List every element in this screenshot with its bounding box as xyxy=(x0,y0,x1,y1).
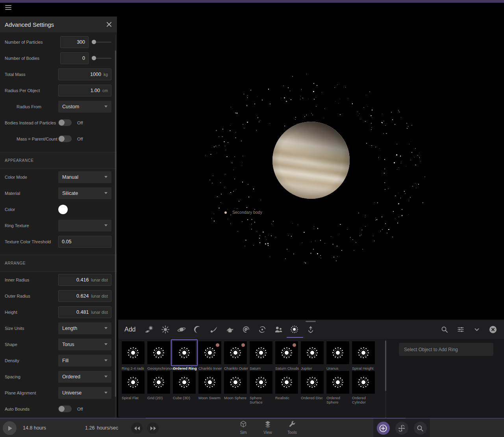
unit-label: cm xyxy=(102,88,108,93)
bodies-slider[interactable] xyxy=(92,58,111,59)
setting-number-of-bodies: Number of Bodies 0 xyxy=(0,50,117,66)
play-button[interactable] xyxy=(3,421,17,435)
tile-cube-3d[interactable]: Cube (3D) xyxy=(173,371,196,404)
mass-parent-toggle[interactable] xyxy=(58,135,72,142)
chevron-down-icon xyxy=(104,176,107,178)
tab-rings-icon[interactable] xyxy=(286,320,302,339)
plus-circle-icon xyxy=(379,424,387,433)
tab-characters-icon[interactable] xyxy=(270,320,286,339)
tab-system-icon[interactable] xyxy=(141,320,157,339)
auto-bounds-toggle[interactable] xyxy=(58,406,72,412)
tools-menu-button[interactable]: Tools xyxy=(280,420,304,435)
tab-moon-icon[interactable] xyxy=(189,320,206,339)
inner-radius-input[interactable]: 0.416 lunar dist xyxy=(58,274,111,286)
tile-realistic[interactable]: Realistic xyxy=(275,371,298,404)
add-object-button[interactable] xyxy=(377,422,390,435)
tile-saturn[interactable]: Saturn xyxy=(250,341,272,370)
close-icon[interactable] xyxy=(106,21,112,28)
setting-label: Color Mode xyxy=(5,175,58,180)
tab-star-icon[interactable] xyxy=(157,320,173,339)
radius-from-dropdown[interactable]: Custom xyxy=(58,101,111,113)
tile-saturn-clouds[interactable]: Saturn Clouds xyxy=(275,341,298,370)
ring-texture-dropdown[interactable] xyxy=(58,220,111,231)
view-menu-button[interactable]: View xyxy=(256,420,280,435)
tile-spiral-flat[interactable]: Spiral Flat xyxy=(122,371,145,404)
close-circle-icon[interactable] xyxy=(485,320,501,339)
panel-drag-handle[interactable] xyxy=(306,321,316,322)
tile-jupiter[interactable]: Jupiter xyxy=(301,341,324,370)
slider-knob[interactable] xyxy=(92,40,96,44)
search-icon[interactable] xyxy=(436,320,452,339)
panel-scrollbar[interactable] xyxy=(115,35,116,433)
secondary-body-dot[interactable] xyxy=(224,211,227,214)
slow-down-button[interactable] xyxy=(131,422,143,434)
find-object-button[interactable] xyxy=(414,422,427,435)
bodies-input[interactable]: 0 xyxy=(60,52,89,64)
setting-label: Plane Alignment xyxy=(5,391,58,395)
secondary-body-label[interactable]: Secondary body xyxy=(232,210,262,215)
tile-sphere-surface[interactable]: Sphere Surface xyxy=(250,371,272,404)
new-badge xyxy=(216,343,219,347)
filter-sliders-icon[interactable] xyxy=(452,320,469,339)
tile-geosynchronous[interactable]: Geosynchronous xyxy=(147,341,170,370)
setting-color-mode: Color Mode Manual xyxy=(0,169,117,185)
tiles-scrollbar[interactable] xyxy=(385,340,386,418)
color-swatch[interactable] xyxy=(58,205,68,214)
total-mass-input[interactable]: 1000 kg xyxy=(58,69,111,80)
height-input[interactable]: 0.481 lunar dist xyxy=(58,306,111,318)
density-dropdown[interactable]: Fill xyxy=(58,355,111,367)
setting-ring-texture: Ring Texture xyxy=(0,217,117,233)
tile-moon-sphere[interactable]: Moon Sphere xyxy=(224,371,247,404)
elapsed-time[interactable]: 14.8 hours xyxy=(23,425,46,431)
tab-teapot-icon[interactable] xyxy=(222,320,238,339)
tile-uranus[interactable]: Uranus xyxy=(326,341,349,370)
spacing-dropdown[interactable]: Ordered xyxy=(58,371,111,383)
sim-rate-value[interactable]: 1.26 xyxy=(85,425,94,431)
shape-dropdown[interactable]: Torus xyxy=(58,339,111,350)
tile-grid-2d[interactable]: Grid (2D) xyxy=(147,371,170,404)
material-dropdown[interactable]: Silicate xyxy=(58,187,111,199)
setting-density: Density Fill xyxy=(0,352,117,368)
unit-label: lunar dist xyxy=(91,278,108,282)
tab-launcher-icon[interactable] xyxy=(302,320,319,339)
color-mode-dropdown[interactable]: Manual xyxy=(58,171,111,183)
tab-comet-icon[interactable] xyxy=(206,320,222,339)
tab-nebula-icon[interactable] xyxy=(254,320,270,339)
bodies-instead-toggle[interactable] xyxy=(58,119,72,126)
unit-label: lunar dist xyxy=(91,294,108,298)
tiles-hscrollbar[interactable] xyxy=(146,418,406,418)
tile-ordered-ring[interactable]: Ordered Ring xyxy=(173,341,196,370)
tile-ordered-sphere[interactable]: Ordered Sphere xyxy=(326,371,349,404)
setting-label: Spacing xyxy=(5,374,58,379)
chevron-down-icon xyxy=(104,327,107,329)
setting-label: Number of Bodies xyxy=(5,56,60,61)
tile-spiral-height[interactable]: Spiral Height xyxy=(352,341,375,370)
tile-ring-2-4-radii[interactable]: Ring 2-4 radii xyxy=(122,341,145,370)
plane-alignment-dropdown[interactable]: Universe xyxy=(58,387,111,399)
outer-radius-input[interactable]: 0.624 lunar dist xyxy=(58,290,111,302)
planet-shading xyxy=(272,122,350,199)
sim-menu-button[interactable]: Sim xyxy=(232,420,255,435)
tab-galaxy-icon[interactable] xyxy=(238,320,254,339)
setting-shape: Shape Torus xyxy=(0,336,117,352)
size-units-dropdown[interactable]: Length xyxy=(58,322,111,334)
texture-threshold-input[interactable]: 0.05 xyxy=(58,236,111,248)
select-object-input[interactable]: Select Object to Add Ring xyxy=(399,343,493,356)
particles-input[interactable]: 300 xyxy=(60,36,89,48)
setting-label: Texture Color Threshold xyxy=(5,239,58,244)
radius-per-object-input[interactable]: 1.00 cm xyxy=(58,85,111,96)
hamburger-menu-icon[interactable] xyxy=(5,5,11,11)
tile-chariklo-outer[interactable]: Chariklo Outer xyxy=(224,341,247,370)
top-accent-strip xyxy=(0,0,504,3)
slider-knob[interactable] xyxy=(92,56,96,60)
particles-slider[interactable] xyxy=(92,42,111,43)
tab-planet-icon[interactable] xyxy=(173,320,189,339)
tile-moon-swarm[interactable]: Moon Swarm xyxy=(198,371,221,404)
move-rotate-button[interactable] xyxy=(395,422,408,435)
tile-ordered-disc[interactable]: Ordered Disc xyxy=(301,371,324,404)
speed-up-button[interactable] xyxy=(147,422,159,434)
tile-ordered-cylinder[interactable]: Ordered Cylinder xyxy=(352,371,375,404)
chevron-down-icon[interactable] xyxy=(469,320,485,339)
planet-body[interactable] xyxy=(272,122,350,199)
tile-chariklo-inner[interactable]: Chariklo Inner xyxy=(198,341,221,370)
